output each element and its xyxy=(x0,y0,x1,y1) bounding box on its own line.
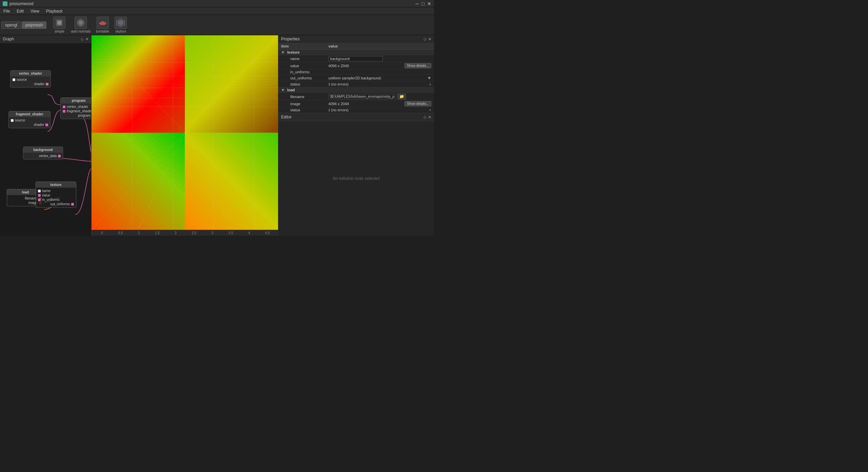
viewport[interactable]: 0 0.5 1 1.5 2 2.5 3 3.5 4 4.5 xyxy=(92,35,278,236)
auto-normals-icon xyxy=(75,17,87,29)
texture-toggle[interactable]: ▼ xyxy=(281,50,285,54)
auto-normals-label: auto normals xyxy=(71,30,91,33)
prop-image-value: 4096 x 2048 Show details... xyxy=(326,100,434,107)
properties-close-icon[interactable]: ✕ xyxy=(428,37,431,41)
graph-canvas-container[interactable]: vertex_shader source shader xyxy=(0,43,91,236)
skybox-icon xyxy=(115,17,127,29)
timeline[interactable]: 0 0.5 1 1.5 2 2.5 3 3.5 4 4.5 xyxy=(92,230,278,236)
tex-value-port: value xyxy=(38,193,74,197)
editor-panel-title: Editor xyxy=(281,115,292,119)
tab-opengl[interactable]: opengl xyxy=(1,21,21,29)
app-icon xyxy=(3,1,7,6)
graph-close-icon[interactable]: ✕ xyxy=(85,37,88,41)
vertex-shader-title: vertex_shader xyxy=(11,71,51,76)
maximize-button[interactable]: □ xyxy=(422,1,425,6)
prop-name-key: name xyxy=(278,55,326,62)
properties-panel-icons: ◇ ✕ xyxy=(423,37,431,41)
simple-icon xyxy=(53,17,65,29)
right-panels: Properties ◇ ✕ item value xyxy=(278,35,434,236)
tex-inuni-dot xyxy=(38,199,41,201)
program-node[interactable]: program vertex_shader fragment_shader pr… xyxy=(60,97,91,119)
menu-playback[interactable]: Playback xyxy=(43,8,66,14)
graph-panel-header: Graph ◇ ✕ xyxy=(0,35,91,43)
filename-browse-btn[interactable]: 📁 xyxy=(398,94,406,99)
prop-status2-row: status ℹ (no errors) ● xyxy=(278,107,434,113)
prop-value-cell: 4096 x 2048 Show details... xyxy=(326,62,434,69)
viewport-quad-br xyxy=(185,133,278,230)
status-dot-1: ● xyxy=(429,82,431,86)
viewport-quad-tr xyxy=(185,35,278,133)
texture-node[interactable]: texture name value in_uniforms xyxy=(36,182,76,208)
section-load[interactable]: ▼ load xyxy=(278,87,434,93)
background-node[interactable]: background vertex_data xyxy=(23,147,63,159)
graph-pin-icon[interactable]: ◇ xyxy=(81,37,83,41)
prop-image-text: 4096 x 2048 xyxy=(329,102,349,106)
close-button[interactable]: ✕ xyxy=(427,1,431,6)
prop-status-row: status ℹ (no errors) ● xyxy=(278,81,434,87)
tool-auto-normals[interactable]: auto normals xyxy=(69,16,93,34)
properties-pin-icon[interactable]: ◇ xyxy=(423,37,426,41)
show-details-texture[interactable]: Show details... xyxy=(405,63,431,68)
menu-file[interactable]: File xyxy=(0,8,13,14)
draw-node[interactable]: draw program vertex_data uniforms xyxy=(91,144,91,165)
fragment-shader-node[interactable]: fragment_shader source shader xyxy=(8,111,51,128)
prop-filename-input[interactable] xyxy=(329,94,396,99)
menu-view[interactable]: View xyxy=(27,8,43,14)
tl-35: 3.5 xyxy=(221,231,240,235)
prop-filename-key: filename xyxy=(278,93,326,100)
tool-simple[interactable]: simple xyxy=(51,16,67,34)
tex-name-dot xyxy=(38,190,41,192)
prop-image-key: image xyxy=(278,100,326,107)
prop-name-input[interactable] xyxy=(329,56,383,61)
load-toggle[interactable]: ▼ xyxy=(281,88,285,92)
properties-table: item value ▼ texture name xyxy=(278,43,434,113)
tab-polymesh[interactable]: polymesh xyxy=(22,21,46,29)
tex-inuni-port: in_uniforms xyxy=(38,197,74,202)
tl-3: 3 xyxy=(203,231,221,235)
editor-close-icon[interactable]: ✕ xyxy=(428,115,431,119)
titlebar: possumwood ─ □ ✕ xyxy=(0,0,434,7)
props-col-item: item xyxy=(278,43,326,50)
viewport-quad-bl xyxy=(92,133,185,230)
texture-section-label: texture xyxy=(287,50,300,54)
prog-fs-dot xyxy=(63,110,65,113)
fs-source-port: source xyxy=(11,118,48,122)
svg-rect-1 xyxy=(57,21,61,25)
vertex-shader-node[interactable]: vertex_shader source shader xyxy=(10,70,51,88)
properties-panel: Properties ◇ ✕ item value xyxy=(278,35,434,113)
viewport-canvas[interactable] xyxy=(92,35,278,230)
menu-edit[interactable]: Edit xyxy=(13,8,27,14)
properties-panel-title: Properties xyxy=(281,37,300,41)
prop-image-row: image 4096 x 2048 Show details... xyxy=(278,100,434,107)
editor-pin-icon[interactable]: ◇ xyxy=(423,115,426,119)
toolbar-tabs: opengl polymesh xyxy=(1,21,46,29)
status-text-2: (no errors) xyxy=(331,108,349,112)
app-title: possumwood xyxy=(9,1,34,6)
titlebar-controls[interactable]: ─ □ ✕ xyxy=(416,1,431,6)
status-dot-2: ● xyxy=(429,108,431,112)
tl-05: 0.5 xyxy=(111,231,130,235)
tool-turntable[interactable]: turntable xyxy=(94,16,111,34)
svg-point-3 xyxy=(79,21,83,25)
timeline-markers: 0 0.5 1 1.5 2 2.5 3 3.5 4 4.5 xyxy=(93,231,277,235)
show-details-load[interactable]: Show details... xyxy=(405,101,431,106)
turntable-icon xyxy=(97,17,109,29)
section-texture[interactable]: ▼ texture xyxy=(278,50,434,55)
titlebar-left: possumwood xyxy=(3,1,34,6)
menubar: File Edit View Playback xyxy=(0,7,434,15)
vs-source-dot xyxy=(13,78,15,81)
graph-canvas[interactable]: vertex_shader source shader xyxy=(0,43,91,236)
prop-out-uniforms-value: uniform sampler2D background; ▼ xyxy=(326,75,434,81)
status-icon-2: ℹ xyxy=(329,108,330,112)
vs-source-port: source xyxy=(13,77,48,82)
minimize-button[interactable]: ─ xyxy=(416,1,419,6)
out-uniforms-dropdown[interactable]: ▼ xyxy=(427,76,431,80)
status-text-1: (no errors) xyxy=(331,82,349,86)
tl-2: 2 xyxy=(166,231,185,235)
tool-group: simple auto normals turntable xyxy=(51,16,129,34)
editor-panel: Editor ◇ ✕ No editable node selected xyxy=(278,113,434,236)
fs-shader-port: shader xyxy=(11,122,48,127)
tex-value-dot xyxy=(38,194,41,197)
tool-skybox[interactable]: skybox xyxy=(113,16,129,34)
prop-out-uniforms-row: out_uniforms uniform sampler2D backgroun… xyxy=(278,75,434,81)
